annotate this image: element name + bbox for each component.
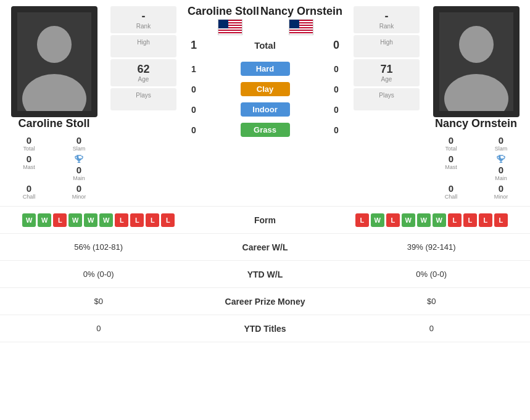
career-wl-row: 56% (102-81) Career W/L 39% (92-141) xyxy=(0,234,530,261)
left-player-name: Caroline Stoll xyxy=(18,117,89,130)
left-high-box: High xyxy=(110,35,176,57)
form-badge-l: L xyxy=(386,213,400,227)
right-career-wl: 39% (92-141) xyxy=(333,242,531,252)
form-label: Form xyxy=(197,215,333,225)
left-plays-box: Plays xyxy=(110,88,176,110)
left-avatar xyxy=(11,6,97,117)
form-badge-l: L xyxy=(115,213,128,227)
right-trophy: 0 Main xyxy=(477,154,525,181)
left-data-col: - Rank High 62 Age Plays xyxy=(108,0,179,206)
left-form: WWLWWWLLLL xyxy=(0,213,197,227)
ytd-wl-label: YTD W/L xyxy=(197,270,333,279)
left-flag xyxy=(218,19,241,33)
right-data-col: - Rank High 71 Age Plays xyxy=(351,0,422,206)
right-player-name: Nancy Ornstein xyxy=(435,117,517,130)
main-container: Caroline Stoll 0 Total 0 Slam 0 Mast 0 xyxy=(0,0,530,342)
left-avatar-col: Caroline Stoll 0 Total 0 Slam 0 Mast 0 xyxy=(0,0,108,206)
left-rank-box: - Rank xyxy=(110,6,176,33)
form-badge-l: L xyxy=(355,213,369,227)
ytd-titles-label: YTD Titles xyxy=(197,324,333,334)
top-section: Caroline Stoll 0 Total 0 Slam 0 Mast 0 xyxy=(0,0,530,206)
right-prize: $0 xyxy=(333,297,531,306)
form-badge-l: L xyxy=(146,213,159,227)
form-row: WWLWWWLLLL Form LWLWWWLLLL xyxy=(0,207,530,234)
hard-row: 1 Hard 0 xyxy=(181,59,349,78)
surface-rows: 1 Hard 0 0 Clay 0 0 Indoor 0 0 Grass xyxy=(181,59,349,141)
right-name-header: Nancy Ornstein xyxy=(260,5,342,18)
right-titles: 0 xyxy=(333,324,531,333)
form-badge-l: L xyxy=(463,213,477,227)
left-name-header: Caroline Stoll xyxy=(188,5,259,18)
left-stat-slam: 0 Slam xyxy=(55,135,103,152)
form-badge-l: L xyxy=(479,213,492,227)
right-stat-chall: 0 Chall xyxy=(427,183,475,200)
total-row: 1 Total 0 xyxy=(181,35,349,56)
right-stat-mast: 0 Mast xyxy=(427,154,475,181)
form-badge-w: W xyxy=(38,213,51,227)
form-badge-l: L xyxy=(53,213,67,227)
right-form: LWLWWWLLLL xyxy=(333,213,531,227)
form-badge-w: W xyxy=(68,213,82,227)
right-high-box: High xyxy=(354,35,420,57)
form-badge-w: W xyxy=(84,213,97,227)
form-badge-l: L xyxy=(448,213,462,227)
left-prize: $0 xyxy=(0,297,197,306)
right-rank-box: - Rank xyxy=(354,6,420,33)
left-age-box: 62 Age xyxy=(110,59,176,86)
right-stat-minor: 0 Minor xyxy=(477,183,525,200)
left-titles: 0 xyxy=(0,324,197,333)
player-names-row: Caroline Stoll Nancy Ornstein xyxy=(181,0,349,18)
right-stat-total: 0 Total xyxy=(427,135,475,152)
form-badge-l: L xyxy=(494,213,508,227)
svg-point-4 xyxy=(459,26,494,63)
form-badge-l: L xyxy=(161,213,175,227)
center-col: Caroline Stoll Nancy Ornstein 1 Total 0 xyxy=(179,0,351,206)
form-badge-w: W xyxy=(99,213,113,227)
left-stat-total: 0 Total xyxy=(5,135,53,152)
flags-row xyxy=(181,18,349,35)
right-flag xyxy=(289,19,312,33)
right-player-stats: 0 Total 0 Slam 0 Mast 0 Main 0 xyxy=(427,135,525,200)
bottom-stats: WWLWWWLLLL Form LWLWWWLLLL 56% (102-81) … xyxy=(0,206,530,342)
form-badge-w: W xyxy=(417,213,431,227)
career-prize-label: Career Prize Money xyxy=(197,297,333,307)
right-avatar xyxy=(433,6,520,117)
indoor-row: 0 Indoor 0 xyxy=(181,100,349,119)
form-badge-w: W xyxy=(371,213,384,227)
right-form-badges: LWLWWWLLLL xyxy=(339,213,524,227)
ytd-titles-row: 0 YTD Titles 0 xyxy=(0,315,530,342)
ytd-wl-row: 0% (0-0) YTD W/L 0% (0-0) xyxy=(0,261,530,288)
form-badge-w: W xyxy=(22,213,36,227)
career-wl-label: Career W/L xyxy=(197,242,333,252)
left-ytd-wl: 0% (0-0) xyxy=(0,270,197,279)
left-stat-minor: 0 Minor xyxy=(55,183,103,200)
right-ytd-wl: 0% (0-0) xyxy=(333,270,531,279)
clay-row: 0 Clay 0 xyxy=(181,80,349,99)
form-badge-l: L xyxy=(130,213,144,227)
left-form-badges: WWLWWWLLLL xyxy=(6,213,191,227)
right-plays-box: Plays xyxy=(354,88,420,110)
form-badge-w: W xyxy=(433,213,446,227)
career-prize-row: $0 Career Prize Money $0 xyxy=(0,288,530,315)
left-player-stats: 0 Total 0 Slam 0 Mast 0 Main 0 xyxy=(5,135,103,200)
form-badge-w: W xyxy=(402,213,415,227)
left-stat-chall: 0 Chall xyxy=(5,183,53,200)
right-avatar-col: Nancy Ornstein 0 Total 0 Slam 0 Mast 0 xyxy=(422,0,530,206)
grass-row: 0 Grass 0 xyxy=(181,120,349,139)
right-age-box: 71 Age xyxy=(354,59,420,86)
left-trophy: 0 Main xyxy=(55,154,103,181)
left-career-wl: 56% (102-81) xyxy=(0,242,197,252)
left-stat-mast: 0 Mast xyxy=(5,154,53,181)
right-stat-slam: 0 Slam xyxy=(477,135,525,152)
svg-point-1 xyxy=(37,26,72,63)
